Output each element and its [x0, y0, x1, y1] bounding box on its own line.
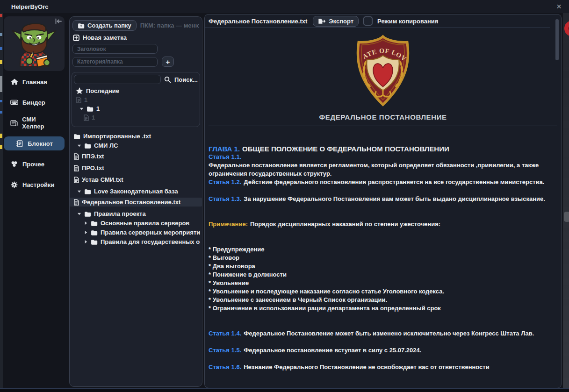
tree-label: Правила проекта — [94, 210, 146, 217]
note-icon — [76, 97, 81, 103]
titlebar: HelperByOrc × — [0, 0, 569, 13]
tree-folder-row[interactable]: СМИ ЛС — [72, 141, 200, 150]
tree-label: ПРО.txt — [82, 164, 104, 171]
background-red-badge — [564, 21, 569, 36]
article-line: Статья 1.6.Незнание Федерального Постано… — [209, 363, 557, 371]
note-category-input[interactable] — [72, 57, 158, 67]
background-desktop-strip — [563, 13, 569, 389]
file-icon — [73, 177, 79, 183]
keyboard-icon — [10, 100, 18, 105]
bullet-line: * Ограничение в использовании рации депа… — [209, 304, 557, 313]
sidebar-item-misc[interactable]: Прочее — [4, 157, 65, 171]
content-scrollbar[interactable] — [555, 18, 559, 385]
window-bottom-edge — [0, 388, 569, 392]
chapter-heading: ГЛАВА 1.ОБЩЕЕ ПОЛОЖЕНИЕ О ФЕДЕРАЛЬНОМ ПО… — [209, 145, 557, 153]
article-line: Статья 1.4.Федеральное Постановление мож… — [209, 329, 557, 338]
document-header: Федеральное Постановление.txt Экспорт Ре… — [205, 14, 550, 28]
add-note-button[interactable]: + — [162, 57, 174, 67]
recent-note-row[interactable]: 1 — [74, 95, 198, 104]
article-line: Статья 1.2.Действие федерального постано… — [209, 178, 557, 186]
bullet-line: * Увольнение с занесением в Черный Списо… — [209, 296, 557, 304]
copy-mode-checkbox[interactable] — [363, 16, 373, 26]
sidebar-item-notebook[interactable]: Блокнот — [4, 136, 65, 150]
new-note-label: Новая заметка — [83, 34, 127, 41]
tree-label: Устав СМИ.txt — [82, 176, 123, 183]
mascot-card — [4, 16, 65, 71]
sidebar-item-smi-helper[interactable]: СМИ Хелпер — [4, 116, 65, 130]
note-title-input[interactable] — [72, 44, 158, 54]
state-of-love-shield-image: STATE OF LOVE — [352, 34, 414, 108]
new-note-button[interactable]: Новая заметка — [73, 34, 200, 41]
sidebar-item-home[interactable]: Главная — [4, 75, 65, 89]
recent-folder-row[interactable]: 1 — [74, 104, 198, 113]
article-text: Незнание Федерального Постановление не о… — [244, 363, 489, 371]
recents-title: Последние — [86, 87, 119, 94]
recent-note-row[interactable]: 1 — [74, 113, 198, 122]
tree-folder-row[interactable]: Love Законодательная база — [72, 187, 200, 196]
chevron-down-icon[interactable] — [77, 189, 81, 193]
sidebar-item-label: Блокнот — [28, 140, 53, 147]
plus-icon: + — [166, 58, 170, 65]
tree-folder-row[interactable]: Правила серверных мероприятий — [72, 228, 200, 237]
folder-icon — [91, 230, 98, 235]
background-window-sliver — [0, 13, 3, 389]
chevron-down-icon[interactable] — [77, 143, 81, 148]
tree-folder-row[interactable]: Импортированные .txt — [72, 132, 200, 141]
article-label: Статья 1.4. — [209, 330, 241, 337]
folder-icon — [91, 221, 98, 226]
notes-tree: Импортированные .txt СМИ ЛС ППЭ.txt ПРО.… — [72, 132, 200, 246]
chevron-right-icon[interactable] — [84, 240, 88, 244]
chevron-down-icon[interactable] — [77, 212, 81, 216]
scrollbar-thumb[interactable] — [555, 19, 559, 60]
tree-file-row[interactable]: ППЭ.txt — [72, 152, 200, 161]
newspaper-icon — [10, 120, 18, 126]
create-folder-label: Создать папку — [87, 22, 131, 29]
close-icon[interactable]: × — [556, 1, 562, 12]
note-line: Примечание:Порядок дисциплинарных наказа… — [209, 220, 557, 228]
article-text: Федеральное постановление является регла… — [209, 161, 557, 178]
export-button[interactable]: Экспорт — [313, 16, 359, 27]
create-folder-button[interactable]: Создать папку — [72, 20, 137, 31]
background-speck — [0, 145, 2, 149]
tree-folder-row[interactable]: Правила для государственных организа — [72, 237, 200, 246]
tree-folder-row[interactable]: Основные правила серверов — [72, 219, 200, 228]
gear-icon — [10, 181, 18, 188]
article-text: Федеральное постановление вступает в сил… — [244, 347, 421, 354]
document-title: Федеральное Постановление.txt — [209, 18, 307, 25]
sidebar-item-label: Главная — [22, 78, 47, 86]
collapse-sidebar-icon[interactable] — [55, 18, 62, 24]
chevron-right-icon[interactable] — [84, 230, 88, 235]
sidebar-item-label: Настройки — [22, 181, 55, 188]
sidebar-item-binder[interactable]: Биндер — [4, 95, 65, 109]
tree-label: СМИ ЛС — [94, 142, 118, 149]
file-icon — [73, 165, 79, 171]
article-text: Действие федерального постановления расп… — [244, 178, 544, 185]
folder-icon — [84, 189, 91, 194]
search-input[interactable] — [74, 75, 161, 84]
recent-note-label: 1 — [84, 96, 87, 103]
article-label: Статья 1.5. — [209, 347, 241, 354]
recent-folder-label: 1 — [96, 105, 100, 112]
bullet-line: * Предупреждение — [209, 245, 557, 254]
misc-shapes-icon — [10, 161, 18, 167]
folder-icon — [86, 106, 94, 112]
star-icon — [76, 87, 83, 94]
document-body: STATE OF LOVE — [205, 34, 561, 371]
export-label: Экспорт — [329, 18, 353, 25]
chapter-label: ГЛАВА 1. — [209, 145, 240, 153]
chevron-right-icon[interactable] — [84, 221, 88, 225]
tree-file-row-selected[interactable]: Федеральное Постановление.txt — [70, 198, 202, 207]
tree-file-row[interactable]: Устав СМИ.txt — [72, 175, 200, 184]
notebook-icon — [15, 140, 23, 147]
chevron-down-icon[interactable] — [79, 107, 84, 111]
sidebar-item-settings[interactable]: Настройки — [4, 178, 65, 192]
background-speck — [0, 33, 2, 36]
document-heading: ФЕДЕРАЛЬНОЕ ПОСТАНОВЛЕНИЕ — [209, 110, 557, 124]
background-speck — [0, 60, 2, 64]
article-label: Статья 1.3. — [209, 195, 241, 202]
tree-file-row[interactable]: ПРО.txt — [72, 164, 200, 172]
tree-folder-row[interactable]: Правила проекта — [72, 209, 200, 218]
file-icon — [73, 199, 79, 206]
tree-label: ППЭ.txt — [82, 153, 104, 160]
article-text: За нарушение Федерального Постановления … — [244, 195, 545, 202]
